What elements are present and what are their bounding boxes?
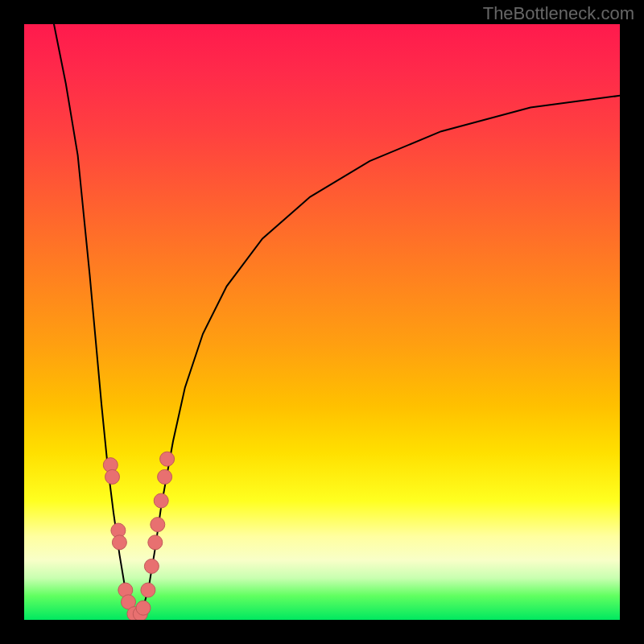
watermark-text: TheBottleneck.com <box>483 3 634 24</box>
marker-point <box>160 452 175 466</box>
chart-svg <box>24 24 620 620</box>
marker-point <box>144 559 159 573</box>
marker-point <box>112 535 126 550</box>
markers-group <box>103 452 174 620</box>
marker-point <box>158 469 172 484</box>
marker-point <box>141 583 155 597</box>
chart-frame: TheBottleneck.com <box>0 0 644 644</box>
marker-point <box>105 469 120 484</box>
plot-area <box>24 24 620 620</box>
marker-point <box>148 535 163 550</box>
curve-right <box>138 96 620 620</box>
marker-point <box>151 518 165 532</box>
marker-point <box>136 601 151 615</box>
marker-point <box>154 493 168 508</box>
